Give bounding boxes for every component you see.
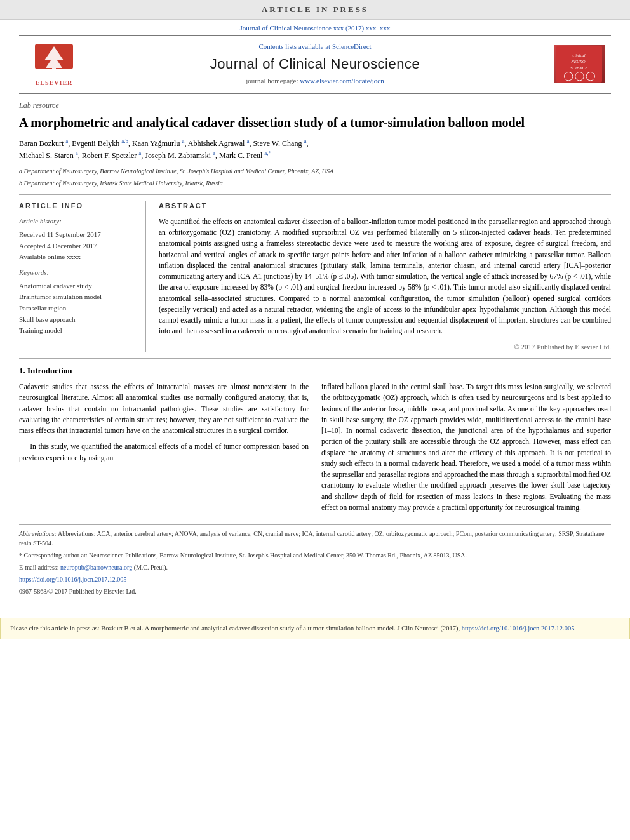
contents-text: Contents lists available at	[258, 43, 330, 50]
journal-center: Contents lists available at ScienceDirec…	[83, 42, 547, 86]
article-info-column: ARTICLE INFO Article history: Received 1…	[19, 201, 146, 352]
svg-rect-3	[556, 46, 602, 83]
elsevier-logo-left: ELSEVIER	[25, 41, 83, 88]
intro-body: Cadaveric studies that assess the effect…	[19, 382, 611, 518]
authors-line: Baran Bozkurt a, Evgenii Belykh a,b, Kaa…	[19, 137, 611, 161]
elsevier-tree-icon	[32, 41, 76, 76]
doi-link-1[interactable]: https://doi.org/10.1016/j.jocn.2017.12.0…	[19, 576, 126, 583]
contents-available-line: Contents lists available at ScienceDirec…	[83, 42, 547, 51]
clinical-neuroscience-logo: clinical NEURO- SCIENCE	[554, 45, 605, 83]
email-label: E-mail address:	[19, 564, 60, 571]
citation-text: Please cite this article in press as: Bo…	[10, 625, 460, 632]
keyword-3: Parasellar region	[19, 303, 136, 314]
intro-para-1: Cadaveric studies that assess the effect…	[19, 382, 309, 436]
abbreviations-text: Abbreviations: ACA, anterior cerebral ar…	[19, 530, 604, 547]
citation-bar: Please cite this article in press as: Bo…	[0, 618, 630, 639]
keyword-4: Skull base approach	[19, 314, 136, 326]
abbreviations-label: Abbreviations:	[19, 530, 57, 537]
divider-2	[19, 358, 611, 359]
corresponding-footnote: * Corresponding author at: Neuroscience …	[19, 550, 611, 560]
email-footnote: E-mail address: neuropub@barrowneura.org…	[19, 563, 611, 572]
intro-heading: 1. Introduction	[19, 365, 611, 377]
elsevier-brand-text: ELSEVIER	[36, 79, 73, 88]
keywords-list: Anatomical cadaver study Braintumor simu…	[19, 281, 136, 337]
sciencedirect-link[interactable]: ScienceDirect	[332, 43, 372, 50]
affiliation-a: a Department of Neurosurgery, Barrow Neu…	[19, 166, 611, 176]
article-info-abstract-row: ARTICLE INFO Article history: Received 1…	[19, 201, 611, 352]
homepage-label: journal homepage:	[246, 77, 298, 84]
citation-doi-link[interactable]: https://doi.org/10.1016/j.jocn.2017.12.0…	[462, 625, 575, 632]
article-title: A morphometric and analytical cadaver di…	[19, 114, 611, 131]
svg-text:clinical: clinical	[572, 53, 585, 58]
intro-number: 1.	[19, 366, 25, 375]
intro-col-right: inflated balloon placed in the central s…	[321, 382, 611, 518]
available-date: Available online xxxx	[19, 252, 136, 262]
received-date: Received 11 September 2017	[19, 230, 136, 239]
journal-ref-line: Journal of Clinical Neuroscience xxx (20…	[0, 20, 630, 34]
keyword-1: Anatomical cadaver study	[19, 281, 136, 292]
intro-col-left: Cadaveric studies that assess the effect…	[19, 382, 309, 518]
email-attribution: (M.C. Preul).	[134, 564, 168, 571]
journal-logo-right: clinical NEURO- SCIENCE	[547, 45, 605, 83]
journal-title: Journal of Clinical Neuroscience	[83, 55, 547, 74]
homepage-url: www.elsevier.com/locate/jocn	[300, 77, 384, 84]
svg-text:NEURO-: NEURO-	[570, 59, 587, 63]
abstract-column: ABSTRACT We quantified the effects on an…	[159, 201, 611, 352]
accepted-date: Accepted 4 December 2017	[19, 241, 136, 251]
intro-para-3: inflated balloon placed in the central s…	[321, 382, 611, 513]
intro-title: Introduction	[27, 366, 72, 375]
journal-homepage: journal homepage: www.elsevier.com/locat…	[83, 76, 547, 86]
abstract-heading: ABSTRACT	[159, 201, 611, 211]
issn-footnote: 0967-5868/© 2017 Published by Elsevier L…	[19, 587, 611, 596]
article-history-label: Article history:	[19, 217, 136, 226]
svg-text:SCIENCE: SCIENCE	[570, 65, 587, 70]
abbreviations-footnote: Abbreviations: Abbreviations: ACA, anter…	[19, 529, 611, 548]
intro-para-2: In this study, we quantified the anatomi…	[19, 441, 309, 463]
lab-resource-label: Lab resource	[19, 100, 611, 111]
article-info-heading: ARTICLE INFO	[19, 201, 136, 211]
keyword-2: Braintumor simulation model	[19, 291, 136, 303]
main-content: Lab resource A morphometric and analytic…	[0, 94, 630, 612]
abstract-text: We quantified the effects on anatomical …	[159, 217, 611, 337]
article-in-press-banner: ARTICLE IN PRESS	[0, 0, 630, 20]
copyright-line: © 2017 Published by Elsevier Ltd.	[159, 342, 611, 352]
keywords-label: Keywords:	[19, 268, 136, 277]
introduction-section: 1. Introduction Cadaveric studies that a…	[19, 365, 611, 518]
divider-1	[19, 194, 611, 195]
svg-rect-2	[52, 68, 56, 72]
journal-header: ELSEVIER Contents lists available at Sci…	[19, 35, 611, 94]
affiliation-b: b Department of Neurosurgery, Irkutsk St…	[19, 178, 611, 188]
email-link[interactable]: neuropub@barrowneura.org	[60, 564, 132, 571]
doi-footnote: https://doi.org/10.1016/j.jocn.2017.12.0…	[19, 575, 611, 584]
keyword-5: Training model	[19, 325, 136, 337]
footnotes-area: Abbreviations: Abbreviations: ACA, anter…	[19, 524, 611, 596]
